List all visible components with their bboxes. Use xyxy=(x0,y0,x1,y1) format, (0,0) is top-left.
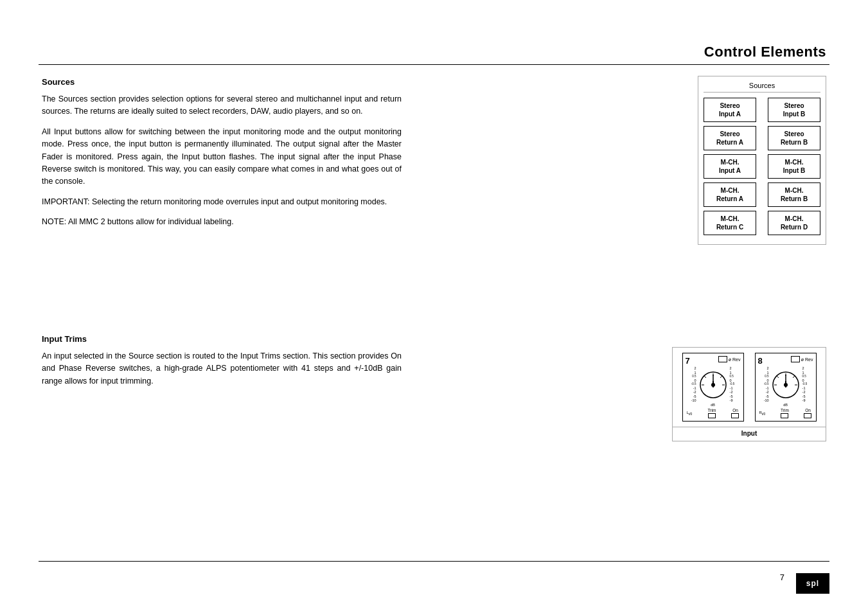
stereo-input-b-btn[interactable]: StereoInput B xyxy=(768,98,820,122)
sources-paragraph2: All Input buttons allow for switching be… xyxy=(42,126,402,188)
sources-diagram: Sources StereoInput A StereoInput B Ster… xyxy=(698,76,826,245)
channel-7-scale-left: 2 1 0.5 0 -0.5 -1 -2 -5 -10 xyxy=(691,366,696,403)
sources-row-3: M-CH.Input A M-CH.Input B xyxy=(704,154,820,179)
mch-input-a-btn[interactable]: M-CH.Input A xyxy=(704,154,756,179)
input-diagram-footer: Input xyxy=(673,427,826,437)
channel-8-phirev-label: ø Rev xyxy=(801,357,813,362)
svg-text:I: I xyxy=(712,379,714,389)
sources-diagram-title: Sources xyxy=(704,82,820,93)
sources-section: Sources The Sources section provides sel… xyxy=(42,77,402,236)
channel-7-block: 7 ø Rev 2 1 0.5 0 -0.5 -1 -2 -5 -10 xyxy=(682,353,744,422)
sources-row-1: StereoInput A StereoInput B xyxy=(704,98,820,122)
channel-7-lt0: Lt/0 xyxy=(687,411,693,416)
channel-8-bottom-labels: Rt/0 Trim On xyxy=(758,407,813,418)
sources-row-2: StereoReturn A StereoReturn B xyxy=(704,126,820,150)
input-trims-section: Input Trims An input selected in the Sou… xyxy=(42,334,402,395)
sources-paragraph4: NOTE: All MMC 2 buttons allow for indivi… xyxy=(42,216,402,228)
input-trims-heading: Input Trims xyxy=(42,334,402,344)
page-title: Control Elements xyxy=(704,44,826,60)
stereo-return-b-btn[interactable]: StereoReturn B xyxy=(768,126,820,150)
svg-line-12 xyxy=(793,376,795,378)
channel-8-number: 8 xyxy=(758,356,763,366)
channel-8-on: On xyxy=(804,408,811,418)
sources-paragraph1: The Sources section provides selection o… xyxy=(42,93,402,118)
channel-8-trim-box[interactable] xyxy=(781,413,788,418)
channel-8-phirev-box[interactable] xyxy=(791,356,800,362)
channel-8-knob-area: 2 1 0.5 0 -0.5 -1 -2 -5 -10 xyxy=(758,367,813,402)
channel-8-scale-right: 2 1 0.5 0 -0.5 -1 -2 -5 -9 xyxy=(802,366,808,403)
spl-logo-text: spl xyxy=(806,579,819,588)
mch-return-a-btn[interactable]: M-CH.Return A xyxy=(704,182,756,207)
channel-7-knob-svg: I xyxy=(698,369,729,400)
channel-8-rt0: Rt/0 xyxy=(759,411,766,416)
channel-7-on: On xyxy=(731,408,739,418)
top-rule-line xyxy=(39,64,829,65)
channel-8-scale-left: 2 1 0.5 0 -0.5 -1 -2 -5 -10 xyxy=(764,366,769,403)
channel-8-on-box[interactable] xyxy=(804,413,811,418)
channel-8-trim: Trim xyxy=(781,408,789,418)
input-trims-paragraph1: An input selected in the Source section … xyxy=(42,350,402,387)
channel-7-trim-box[interactable] xyxy=(708,413,716,418)
sources-row-4: M-CH.Return A M-CH.Return B xyxy=(704,182,820,207)
channel-7-phirev-box[interactable] xyxy=(718,356,727,362)
svg-line-3 xyxy=(720,376,722,378)
channel-7-trim: Trim xyxy=(708,408,716,418)
channel-8-block: 8 ø Rev 2 1 0.5 0 -0.5 -1 -2 -5 -10 xyxy=(755,353,817,422)
channel-8-knob-svg: I xyxy=(770,369,801,400)
channel-7-number: 7 xyxy=(686,356,690,366)
svg-line-14 xyxy=(777,376,779,378)
channel-7-scale-right: 2 1 0.5 0 -0.5 -1 -2 -5 -9 xyxy=(730,366,735,403)
mch-return-c-btn[interactable]: M-CH.Return C xyxy=(704,211,756,235)
mch-input-b-btn[interactable]: M-CH.Input B xyxy=(768,154,820,179)
svg-text:I: I xyxy=(784,379,787,389)
mch-return-b-btn[interactable]: M-CH.Return B xyxy=(768,182,820,207)
channel-7-on-box[interactable] xyxy=(731,413,739,418)
svg-line-5 xyxy=(704,376,706,378)
input-diagram: 7 ø Rev 2 1 0.5 0 -0.5 -1 -2 -5 -10 xyxy=(672,347,826,441)
bottom-rule-line xyxy=(39,561,829,562)
sources-paragraph3: IMPORTANT: Selecting the return monitori… xyxy=(42,196,402,208)
mch-return-d-btn[interactable]: M-CH.Return D xyxy=(768,211,820,235)
input-diagram-channels: 7 ø Rev 2 1 0.5 0 -0.5 -1 -2 -5 -10 xyxy=(673,348,826,424)
page-number: 7 xyxy=(780,573,784,582)
stereo-return-a-btn[interactable]: StereoReturn A xyxy=(704,126,756,150)
channel-7-bottom-labels: Lt/0 Trim On xyxy=(686,407,741,418)
spl-logo: spl xyxy=(796,573,829,594)
sources-row-5: M-CH.Return C M-CH.Return D xyxy=(704,211,820,235)
stereo-input-a-btn[interactable]: StereoInput A xyxy=(704,98,756,122)
channel-7-knob-area: 2 1 0.5 0 -0.5 -1 -2 -5 -10 xyxy=(686,367,741,402)
channel-7-phirev-label: ø Rev xyxy=(729,357,741,362)
sources-heading: Sources xyxy=(42,77,402,87)
